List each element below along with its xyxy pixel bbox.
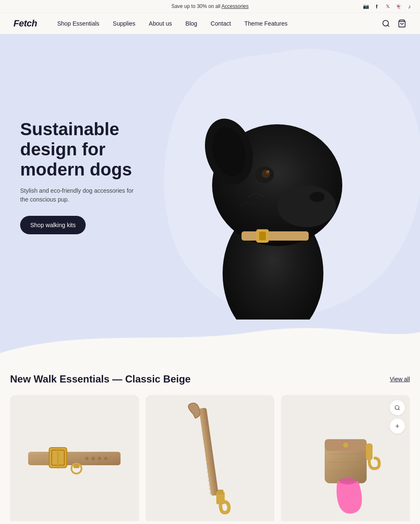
nav-theme-features[interactable]: Theme Features (244, 20, 288, 27)
product-image-collar (10, 395, 139, 521)
wave-divider (0, 320, 420, 353)
svg-rect-36 (325, 445, 367, 483)
instagram-icon[interactable] (362, 3, 370, 10)
product-card-bag-holder[interactable]: Beige Poop Bag Holder $3000 (281, 395, 410, 524)
twitter-icon[interactable] (384, 3, 391, 10)
main-nav: Fetch Shop Essentials Supplies About us … (0, 13, 420, 34)
svg-point-38 (343, 443, 348, 448)
svg-line-1 (388, 25, 389, 27)
product-add-button[interactable] (390, 419, 405, 434)
dog-illustration (164, 55, 382, 320)
product-card-collar[interactable]: Beige Dog Collar $4000 (10, 395, 139, 524)
products-grid: Beige Dog Collar $4000 (10, 395, 410, 524)
nav-blog[interactable]: Blog (186, 20, 197, 27)
announcement-link[interactable]: Accessories (221, 3, 249, 9)
tiktok-icon[interactable] (406, 3, 413, 10)
svg-point-0 (383, 21, 388, 26)
svg-point-40 (339, 478, 356, 485)
hero-subtitle: Stylish and eco-friendly dog accessories… (20, 186, 139, 204)
cart-button[interactable] (397, 19, 407, 28)
nav-supplies[interactable]: Supplies (113, 20, 136, 27)
svg-point-25 (104, 457, 108, 460)
svg-rect-31 (218, 490, 223, 495)
logo[interactable]: Fetch (13, 18, 37, 29)
svg-point-32 (395, 406, 399, 409)
svg-point-22 (85, 457, 89, 460)
nav-contact[interactable]: Contact (211, 20, 231, 27)
product-search-button[interactable] (390, 400, 405, 415)
svg-point-23 (92, 457, 95, 460)
svg-rect-39 (366, 443, 373, 460)
bag-holder-svg (287, 399, 404, 517)
product-card-leash[interactable]: Beige Dog Leash $4000 (146, 395, 275, 524)
announcement-bar: Save up to 30% on all Accessories (0, 0, 420, 13)
products-section-title: New Walk Essentials — Classic Beige (10, 373, 191, 385)
announcement-text: Save up to 30% on all (171, 3, 221, 9)
products-header: New Walk Essentials — Classic Beige View… (10, 373, 410, 385)
leash-svg (151, 399, 269, 517)
hero-title: Sustainable design for modern dogs (20, 119, 139, 180)
nav-shop-essentials[interactable]: Shop Essentials (57, 20, 99, 27)
products-section: New Walk Essentials — Classic Beige View… (0, 353, 420, 524)
social-icons-bar (362, 3, 413, 10)
hero-cta-button[interactable]: Shop walking kits (20, 216, 86, 234)
hero-section: Sustainable design for modern dogs Styli… (0, 34, 420, 320)
collar-svg (16, 420, 133, 496)
hero-dog-image (151, 47, 395, 320)
snapchat-icon[interactable] (395, 3, 402, 10)
svg-rect-27 (74, 465, 79, 468)
svg-point-24 (98, 457, 101, 460)
view-all-link[interactable]: View all (390, 376, 410, 383)
svg-rect-15 (259, 232, 266, 240)
nav-links: Shop Essentials Supplies About us Blog C… (57, 20, 381, 27)
product-info-bag-holder: Beige Poop Bag Holder $3000 (281, 521, 410, 524)
svg-point-10 (268, 170, 269, 172)
product-info-leash: Beige Dog Leash $4000 (146, 521, 275, 524)
nav-about[interactable]: About us (149, 20, 172, 27)
product-info-collar: Beige Dog Collar $4000 (10, 521, 139, 524)
product-image-leash (146, 395, 275, 521)
svg-point-6 (310, 192, 325, 202)
svg-line-33 (399, 409, 400, 410)
search-button[interactable] (381, 19, 391, 28)
svg-rect-13 (242, 231, 309, 241)
facebook-icon[interactable] (373, 3, 381, 10)
svg-point-5 (277, 185, 336, 227)
hero-content: Sustainable design for modern dogs Styli… (0, 86, 160, 268)
svg-rect-28 (199, 408, 218, 496)
product-actions-bag-holder (390, 400, 405, 434)
nav-actions (381, 19, 407, 28)
